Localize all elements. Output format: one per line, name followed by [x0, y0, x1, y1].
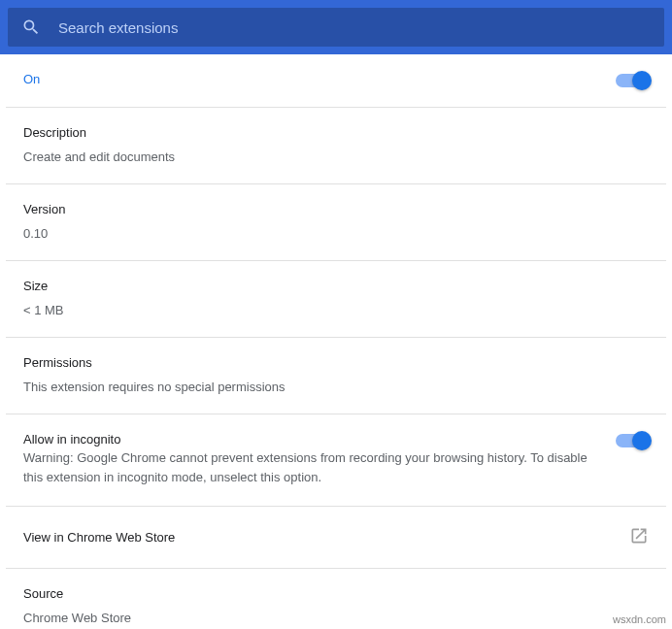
description-section: Description Create and edit documents: [6, 108, 666, 184]
source-value: Chrome Web Store: [23, 611, 649, 625]
version-value: 0.10: [23, 226, 649, 241]
description-label: Description: [23, 125, 649, 140]
size-label: Size: [23, 279, 649, 293]
webstore-link[interactable]: View in Chrome Web Store: [6, 507, 666, 569]
permissions-label: Permissions: [23, 355, 649, 370]
incognito-label: Allow in incognito: [23, 432, 596, 447]
status-section: On: [6, 54, 666, 108]
content-area: On Description Create and edit documents…: [0, 54, 672, 629]
permissions-section: Permissions This extension requires no s…: [6, 338, 666, 414]
version-section: Version 0.10: [6, 184, 666, 261]
search-input[interactable]: [58, 19, 651, 36]
size-value: < 1 MB: [23, 303, 649, 317]
search-box[interactable]: [8, 8, 664, 47]
incognito-warning: Warning: Google Chrome cannot prevent ex…: [23, 448, 596, 486]
watermark: wsxdn.com: [613, 613, 666, 625]
top-bar: [0, 0, 672, 54]
version-label: Version: [23, 202, 649, 216]
status-label: On: [23, 72, 40, 86]
webstore-link-label: View in Chrome Web Store: [23, 530, 175, 545]
source-section: Source Chrome Web Store: [6, 569, 666, 629]
source-label: Source: [23, 586, 649, 601]
enable-toggle[interactable]: [616, 74, 649, 87]
permissions-value: This extension requires no special permi…: [23, 380, 649, 394]
search-icon: [21, 17, 41, 37]
open-external-icon: [629, 526, 649, 548]
incognito-section: Allow in incognito Warning: Google Chrom…: [6, 414, 666, 507]
size-section: Size < 1 MB: [6, 261, 666, 338]
description-value: Create and edit documents: [23, 149, 649, 164]
incognito-toggle[interactable]: [616, 434, 649, 447]
